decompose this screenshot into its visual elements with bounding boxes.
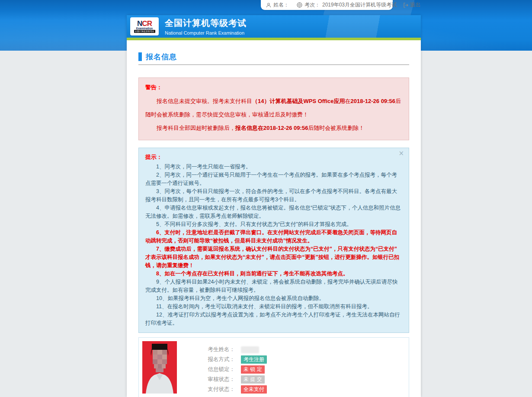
tip-item-4: 4、申请报名信息审核或发起支付，报名信息将被锁定。报名信息“已锁定”状态下，个人… [145,204,402,220]
tip-item-12: 12、准考证打印方式以报考考点设置为准，如考点不允许考生个人打印准考证，考生无法… [145,311,402,327]
payment-status-badge: 全未支付 [241,385,267,394]
tips-heading: 提示： [145,153,402,161]
registration-method-badge: 考生注册 [241,355,267,364]
review-status-row: 审核状态： 未 提 交 [196,374,267,384]
logout-button[interactable]: 退出 [403,1,420,9]
title-accent-bar [138,52,142,61]
tip-item-1: 1、同考次，同一考生只能在一省报考。 [145,163,402,171]
tip-item-3: 3、同考次，每个科目只能报考一次，符合条件的考生，可以在多个考点报考不同科目。各… [145,187,402,204]
info-lock-label: 信息锁定： [196,366,235,373]
page-title: 报名信息 [146,52,177,62]
close-icon[interactable]: × [398,150,404,157]
candidate-name-row: 考生姓名： [196,345,267,355]
candidate-name-label: 考生姓名： [196,346,235,353]
tip-item-6: 6、支付时，注意地址栏是否拦截了弹出窗口。在支付网站支付完成后不要着急关闭页面，… [145,229,402,245]
tip-item-8: 8、如在一个考点存在已支付科目，则当前通行证下，考生不能再改选其他考点。 [145,270,402,278]
tip-item-9: 9、个人报考科目如果24小时内未支付、未锁定，将会被系统自动删除，报考完毕并确认… [145,278,402,294]
logout-icon [403,3,408,8]
candidate-info-box: 考生姓名： 报名方式： 考生注册 信息锁定： 未 锁 定 审核状态： 未 提 交… [138,337,409,397]
tip-item-7: 7、缴费成功后，需要返回报名系统，确认支付科目的支付状态为“已支付”，只有支付状… [145,245,402,270]
title-divider [138,65,409,65]
site-header: NCR Examination 全国计算机等级考试 全国计算机等级考试 Nati… [127,15,421,38]
review-status-label: 审核状态： [196,376,235,383]
tip-item-5: 5、不同科目可分多次报考、支付。只有支付状态为“已支付”的科目才算报名完成。 [145,220,402,229]
ncre-logo: NCR Examination 全国计算机等级考试 [130,17,159,36]
warning-heading: 警告： [145,84,402,91]
payment-status-row: 支付状态： 全未支付 [196,384,267,394]
topbar-session-value: 2019年03月全国计算机等级考试 [322,1,397,9]
info-lock-row: 信息锁定： 未 锁 定 [196,365,267,374]
warning-box: 警告： 报名信息未提交审核。报考未支付科目（14）计算机基础及WPS Offic… [138,77,409,140]
page-content: 报名信息 警告： 报名信息未提交审核。报考未支付科目（14）计算机基础及WPS … [127,40,421,397]
review-status-badge: 未 提 交 [241,375,265,384]
logout-label: 退出 [410,1,420,9]
warning-paragraph-2: 报考科目全部因超时被删除后，报名信息在2018-12-26 09:56后随时会被… [145,121,402,135]
tip-item-11: 11、在报名时间内，考生可以取消未支付、未锁定科目的报考，但不能取消所有科目报考… [145,303,402,311]
logo-strip-text: 全国计算机等级考试 [134,30,155,33]
main-column: NCR Examination 全国计算机等级考试 全国计算机等级考试 Nati… [127,15,421,397]
logo-examination-text: Examination [136,27,153,30]
session-wheel-icon [297,2,302,8]
warning-paragraph-1: 报名信息未提交审核。报考未支付科目（14）计算机基础及WPS Office应用在… [145,94,402,121]
topbar-user-tab: 姓名： 考次： 2019年03月全国计算机等级考试 退出 [261,0,393,10]
logo-ncr-text: NCR [137,20,152,27]
registration-method-row: 报名方式： 考生注册 [196,355,267,365]
tip-item-10: 10、如果报考科目为空，考生个人网报的报名信息会被系统自动删除。 [145,294,402,303]
site-title: 全国计算机等级考试 [165,17,247,29]
user-icon [266,3,271,8]
tip-item-2: 2、同考次，同一个通行证账号只能用于一个考生在一个考点的报考。如果要在多个考点报… [145,171,402,187]
candidate-name-blurred-value [241,346,259,353]
tips-box: × 提示： 1、同考次，同一考生只能在一省报考。 2、同考次，同一个通行证账号只… [138,148,409,333]
site-subtitle: National Computer Rank Examination [165,30,247,36]
payment-status-label: 支付状态： [196,386,235,393]
registration-method-label: 报名方式： [196,356,235,363]
topbar-session-label: 考次： [304,1,320,9]
candidate-photo [142,341,177,394]
topbar-name-label: 姓名： [273,1,289,9]
info-lock-badge: 未 锁 定 [241,365,265,374]
